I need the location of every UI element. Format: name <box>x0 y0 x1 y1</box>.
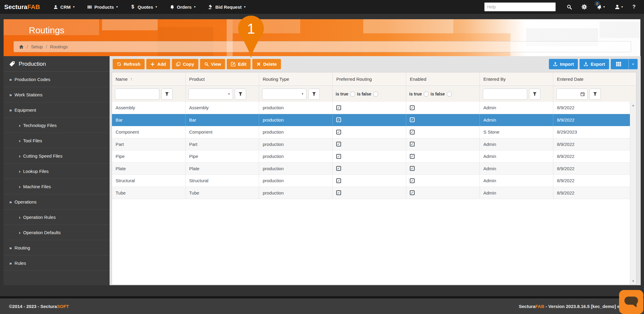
column-header-entered-date[interactable]: Entered Date <box>553 72 636 86</box>
filter-radio-false[interactable] <box>373 92 378 97</box>
column-header-preferred-routing[interactable]: Preferred Routing <box>333 72 406 86</box>
column-header-entered-by[interactable]: Entered By <box>480 72 553 86</box>
add-button[interactable]: Add <box>146 59 170 69</box>
nav-item-label: Bid Request <box>215 5 242 10</box>
chevron-right-icon: › <box>19 153 20 159</box>
sidebar-item-rules[interactable]: »Rules <box>4 255 110 271</box>
sidebar-item-routing[interactable]: »Routing <box>4 240 110 255</box>
gavel-icon <box>208 5 213 9</box>
cell-product: Component <box>186 126 259 138</box>
settings-button[interactable] <box>582 4 587 10</box>
cell-preferred-routing: ✓ <box>333 187 406 199</box>
nav-item-bid-request[interactable]: Bid Request▾ <box>208 5 246 10</box>
cell-entered-by: Admin <box>480 102 553 114</box>
checkbox-checked-icon: ✓ <box>336 105 341 110</box>
table-row-assembly[interactable]: AssemblyAssemblyproduction✓✓Admin8/9/202… <box>112 102 630 114</box>
sidebar-item-technology-files[interactable]: ›Technology Files <box>4 118 110 133</box>
sidebar-item-operation-rules[interactable]: ›Operation Rules <box>4 210 110 225</box>
edit-icon <box>231 62 235 66</box>
table-row-structural[interactable]: StructuralStructuralproduction✓✓Admin8/9… <box>112 175 630 187</box>
filter-radio-true[interactable] <box>350 92 355 97</box>
table-row-plate[interactable]: PlatePlateproduction✓✓Admin8/9/2022 <box>112 163 630 175</box>
sidebar-item-lookup-files[interactable]: ›Lookup Files <box>4 164 110 179</box>
copy-button[interactable]: Copy <box>172 59 198 69</box>
notifications-button[interactable]: 0 ▾ <box>597 4 605 10</box>
sidebar-item-tool-files[interactable]: ›Tool Files <box>4 133 110 148</box>
chevron-down-icon: ▾ <box>156 5 157 8</box>
filter-input-entered-by[interactable] <box>483 89 527 100</box>
filter-button[interactable] <box>161 89 173 100</box>
filter-button[interactable] <box>235 89 246 100</box>
search-button[interactable] <box>567 4 572 10</box>
sidebar-item-cutting-speed-files[interactable]: ›Cutting Speed Files <box>4 148 110 164</box>
filter-button[interactable] <box>529 89 540 100</box>
checkbox-checked-icon: ✓ <box>336 166 341 171</box>
help-button[interactable]: ? <box>633 4 636 10</box>
filter-true-label: is true <box>409 92 422 96</box>
sidebar-item-operations[interactable]: »Operations <box>4 194 110 210</box>
column-header-product[interactable]: Product <box>186 72 259 86</box>
table-row-bar[interactable]: BarBarproduction✓✓Admin8/9/2022 <box>112 114 630 126</box>
cell-entered-by: Admin <box>480 138 553 150</box>
home-icon[interactable] <box>19 44 24 49</box>
nav-item-quotes[interactable]: $Quotes▾ <box>130 5 157 10</box>
user-menu-button[interactable]: ▾ <box>615 4 623 10</box>
sidebar-item-work-stations[interactable]: »Work Stations <box>4 87 110 102</box>
help-input[interactable] <box>484 2 556 11</box>
filter-radio-true[interactable] <box>424 92 429 97</box>
download-icon <box>584 62 588 66</box>
view-button[interactable]: View <box>200 59 225 69</box>
cell-name: Assembly <box>112 102 186 114</box>
table-row-part[interactable]: PartPartproduction✓✓Admin8/9/2022 <box>112 138 630 151</box>
button-label: Refresh <box>124 62 141 67</box>
filter-button[interactable] <box>308 89 320 100</box>
table-row-pipe[interactable]: PipePipeproduction✓✓Admin8/9/2022 <box>112 150 630 163</box>
filter-select-routing-type[interactable]: ▾ <box>262 89 307 100</box>
cell-enabled: ✓ <box>406 163 480 175</box>
refresh-button[interactable]: Refresh <box>113 59 145 69</box>
nav-item-crm[interactable]: CRM▾ <box>53 5 74 10</box>
filter-button[interactable] <box>589 89 601 100</box>
export-button[interactable]: Export <box>579 59 609 69</box>
filter-select-product[interactable]: ▾ <box>189 89 233 100</box>
column-header-enabled[interactable]: Enabled <box>406 72 480 86</box>
table-grid-icon <box>616 62 621 66</box>
sidebar-item-label: Routing <box>14 245 30 250</box>
scroll-down-arrow[interactable]: ▼ <box>630 279 636 283</box>
vertical-scrollbar[interactable]: ▲ ▼ <box>630 102 636 285</box>
sidebar-item-label: Cutting Speed Files <box>23 153 62 159</box>
app-logo[interactable]: SecturaFAB <box>4 3 40 11</box>
table-row-tube[interactable]: TubeTubeproduction✓✓Admin8/9/2022 <box>112 187 630 199</box>
table-row-component[interactable]: ComponentComponentproduction✓✓S Stone8/2… <box>112 126 630 138</box>
import-button[interactable]: Import <box>549 59 578 69</box>
cell-entered-date: 8/9/2022 <box>553 163 630 175</box>
breadcrumb-item-routings[interactable]: Routings <box>50 44 68 49</box>
filter-radio-false[interactable] <box>447 92 452 97</box>
column-header-name[interactable]: Name↑ <box>112 72 186 86</box>
scroll-up-arrow[interactable]: ▲ <box>630 104 636 107</box>
delete-button[interactable]: Delete <box>252 59 281 69</box>
checkbox-checked-icon: ✓ <box>410 117 415 122</box>
filter-input-name[interactable] <box>115 89 159 100</box>
column-chooser-button[interactable]: ▾ <box>611 59 638 69</box>
column-header-routing-type[interactable]: Routing Type <box>259 72 333 86</box>
filter-date-input[interactable] <box>556 89 588 100</box>
edit-button[interactable]: Edit <box>227 59 250 69</box>
cell-routing-type: production <box>259 175 333 187</box>
chevron-right-icon: » <box>9 107 12 113</box>
sidebar-item-machine-files[interactable]: ›Machine Files <box>4 179 110 194</box>
chevron-right-icon: › <box>19 215 20 220</box>
filter-cell-preferred-routing: is trueis false <box>333 86 406 102</box>
nav-item-products[interactable]: Products▾ <box>87 5 118 10</box>
checkbox-checked-icon: ✓ <box>410 105 415 110</box>
cell-preferred-routing: ✓ <box>333 175 406 187</box>
nav-item-orders[interactable]: Orders▾ <box>170 5 195 10</box>
sidebar-item-equipment[interactable]: »Equipment <box>4 102 110 118</box>
chat-widget-button[interactable] <box>619 290 643 314</box>
filter-cell-name <box>112 86 186 102</box>
sidebar-item-operation-defaults[interactable]: ›Operation Defaults <box>4 225 110 240</box>
sidebar-item-production-codes[interactable]: »Production Codes <box>4 72 110 87</box>
breadcrumb-item-setup[interactable]: Setup <box>31 44 43 49</box>
chevron-right-icon: › <box>19 169 20 174</box>
chevron-down-icon[interactable]: ▾ <box>628 59 637 69</box>
